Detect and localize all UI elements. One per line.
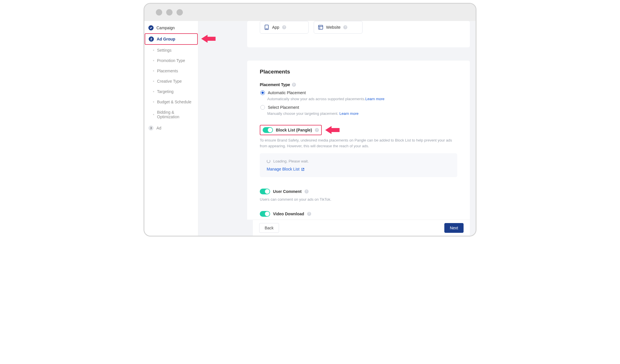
back-button[interactable]: Back	[259, 223, 279, 233]
browser-titlebar	[144, 4, 476, 21]
help-icon[interactable]: ?	[343, 25, 347, 29]
annotation-arrow-icon	[201, 35, 216, 43]
sidebar-sub-promotion-type[interactable]: Promotion Type	[144, 55, 198, 66]
placement-select-desc: Manually choose your targeting placement…	[260, 111, 457, 116]
traffic-light-dot	[156, 9, 162, 16]
promotion-type-app[interactable]: App ?	[260, 21, 309, 34]
sidebar-sub-label: Creative Type	[157, 79, 182, 84]
sidebar: Campaign 2 Ad Group Settings Promotion T…	[144, 21, 198, 236]
sidebar-step-label: Ad Group	[157, 37, 175, 41]
annotation-arrow-icon	[325, 126, 340, 134]
user-comment-desc: Users can comment on your ads on TikTok.	[260, 197, 457, 202]
traffic-light-dot	[177, 9, 183, 16]
sidebar-sub-label: Settings	[157, 48, 172, 53]
sidebar-step-ad[interactable]: 3 Ad	[144, 122, 198, 133]
manage-block-list-link[interactable]: Manage Block List	[267, 167, 450, 171]
spinner-icon	[267, 159, 270, 163]
step-number-badge: 2	[149, 36, 154, 42]
promotion-type-label: App	[272, 25, 279, 30]
svg-rect-1	[266, 29, 268, 29]
block-list-panel: Loading. Please wait. Manage Block List	[260, 153, 457, 177]
help-icon[interactable]: ?	[315, 128, 319, 132]
sidebar-step-campaign[interactable]: Campaign	[144, 23, 198, 33]
external-link-icon	[301, 167, 305, 171]
traffic-light-dot	[166, 9, 173, 16]
sidebar-step-label: Campaign	[156, 26, 175, 30]
sidebar-sub-label: Placements	[157, 69, 178, 73]
mobile-icon	[264, 25, 269, 30]
placement-radio-select[interactable]: Select Placement	[260, 105, 457, 110]
help-icon[interactable]: ?	[307, 212, 311, 216]
sidebar-step-label: Ad	[156, 126, 161, 130]
radio-label: Automatic Placement	[268, 90, 306, 95]
loading-text: Loading. Please wait.	[273, 159, 309, 163]
video-download-label: Video Download	[273, 212, 304, 216]
sidebar-sub-budget[interactable]: Budget & Schedule	[144, 97, 198, 107]
block-list-toggle[interactable]	[263, 127, 273, 133]
user-comment-toggle[interactable]	[260, 189, 270, 194]
sidebar-sub-settings[interactable]: Settings	[144, 45, 198, 55]
checkmark-icon	[148, 25, 154, 30]
promotion-type-website[interactable]: Website ?	[314, 21, 363, 34]
sidebar-sub-label: Targeting	[157, 89, 174, 94]
radio-icon	[260, 90, 265, 95]
sidebar-sub-placements[interactable]: Placements	[144, 66, 198, 76]
website-icon	[318, 25, 323, 30]
sidebar-sub-label: Promotion Type	[157, 58, 185, 63]
video-download-toggle-row: Video Download ?	[260, 211, 457, 217]
sidebar-step-ad-group[interactable]: 2 Ad Group	[145, 33, 198, 45]
promotion-type-label: Website	[326, 25, 340, 30]
block-list-label: Block List (Pangle)	[276, 128, 312, 132]
help-icon[interactable]: ?	[305, 189, 309, 193]
block-list-desc: To ensure Brand Safety, undesired media …	[260, 138, 457, 149]
section-title-placements: Placements	[260, 69, 457, 75]
help-icon[interactable]: ?	[292, 83, 296, 87]
help-icon[interactable]: ?	[282, 25, 286, 29]
sidebar-sub-creative-type[interactable]: Creative Type	[144, 76, 198, 86]
placement-radio-automatic[interactable]: Automatic Placement	[260, 90, 457, 95]
sidebar-sub-label: Bidding & Optimization	[157, 110, 194, 119]
sidebar-sub-targeting[interactable]: Targeting	[144, 86, 198, 97]
video-download-toggle[interactable]	[260, 211, 270, 217]
loading-indicator: Loading. Please wait.	[267, 159, 450, 163]
block-list-toggle-row: Block List (Pangle) ?	[260, 125, 322, 135]
radio-icon	[260, 105, 265, 110]
user-comment-label: User Comment	[273, 189, 302, 194]
step-number-badge: 3	[148, 125, 154, 131]
footer-bar: Back Next	[253, 220, 470, 236]
next-button[interactable]: Next	[444, 223, 464, 233]
user-comment-toggle-row: User Comment ?	[260, 189, 457, 194]
svg-rect-2	[319, 25, 323, 29]
learn-more-link[interactable]: Learn more	[339, 111, 358, 116]
sidebar-sub-label: Budget & Schedule	[157, 100, 191, 104]
placement-type-label: Placement Type ?	[260, 82, 457, 87]
learn-more-link[interactable]: Learn more	[365, 97, 384, 101]
placement-auto-desc: Automatically show your ads across suppo…	[260, 97, 457, 101]
radio-label: Select Placement	[268, 105, 299, 110]
sidebar-sub-bidding[interactable]: Bidding & Optimization	[144, 107, 198, 122]
